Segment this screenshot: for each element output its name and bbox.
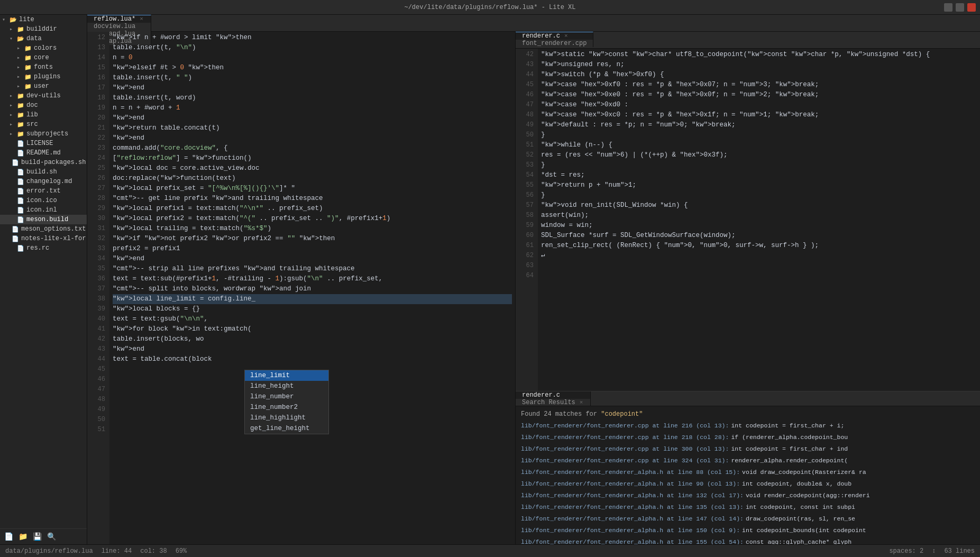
sidebar-label: plugins (34, 73, 60, 80)
status-pct: 69% (176, 547, 187, 555)
folder-icon: 📁 (17, 131, 24, 138)
titlebar-buttons[interactable] (944, 3, 976, 12)
search-result-row[interactable]: lib/font_renderer/font_renderer.cpp at l… (516, 443, 980, 455)
sidebar-label: build.sh (26, 168, 57, 176)
search-code: void render_codepoint(agg::renderi (746, 491, 870, 500)
sidebar-item-colors[interactable]: ▸📁colors (0, 43, 87, 53)
sidebar-item-src[interactable]: ▸📁src (0, 120, 87, 129)
search-result-row[interactable]: lib/font_renderer/font_renderer_alpha.h … (516, 525, 980, 536)
sidebar-item-icon.ico[interactable]: 📄icon.ico (0, 196, 87, 205)
left-code-content[interactable]: "kw">if n + #word > limit "kw">then tabl… (109, 32, 515, 544)
search-result-row[interactable]: lib/font_renderer/font_renderer_alpha.h … (516, 490, 980, 501)
tab-reflow-lua-[interactable]: reflow.lua*× (87, 15, 151, 23)
sidebar-item-error.txt[interactable]: 📄error.txt (0, 186, 87, 196)
sidebar-item-fonts[interactable]: ▸📁fonts (0, 62, 87, 72)
search-result-row[interactable]: lib/font_renderer/font_renderer_alpha.h … (516, 467, 980, 478)
sidebar-item-build-packages.sh[interactable]: 📄build-packages.sh (0, 158, 87, 167)
search-results-panel[interactable]: Found 24 matches for "codepoint" lib/fon… (516, 406, 980, 544)
sidebar-label: colors (34, 44, 57, 52)
autocomplete-item-line_height[interactable]: line_height (245, 381, 328, 391)
sidebar-item-icon.inl[interactable]: 📄icon.inl (0, 205, 87, 215)
code-line: text = text:gsub("\n\n", (113, 314, 512, 324)
sidebar-item-res.rc[interactable]: 📄res.rc (0, 243, 87, 253)
folder-icon: 📁 (24, 83, 32, 90)
code-line: res = (res << "num">6) | (*(++p) & "hex"… (541, 150, 977, 160)
right-panel: renderer.c×font_renderer.cpp 42434445464… (516, 32, 980, 544)
main-layout: ▾📂lite▸📁builddir▾📂data▸📁colors▸📁core▸📁fo… (0, 15, 980, 544)
line-number: 51 (516, 140, 534, 150)
sidebar-item-data[interactable]: ▾📂data (0, 34, 87, 43)
code-line: text = text:sub(#prefix1+1, -#trailing -… (113, 274, 512, 284)
search-result-row[interactable]: lib/font_renderer/font_renderer_alpha.h … (516, 536, 980, 544)
sidebar-item-meson.build[interactable]: 📄meson.build (0, 215, 87, 224)
code-line: ["reflow:reflow"] = "kw">function() (113, 153, 512, 163)
sidebar-item-subprojects[interactable]: ▸📁subprojects (0, 129, 87, 139)
folder-icon: 📁 (17, 112, 24, 118)
autocomplete-popup[interactable]: line_limitline_heightline_numberline_num… (244, 370, 329, 434)
line-number: 48 (516, 110, 534, 120)
sidebar-item-builddir[interactable]: ▸📁builddir (0, 24, 87, 34)
line-number: 59 (516, 221, 534, 231)
sidebar-item-changelog.md[interactable]: 📄changelog.md (0, 177, 87, 186)
tab-close-icon[interactable]: × (563, 33, 569, 39)
folder-icon: 📁 (24, 64, 32, 71)
line-number: 22 (87, 133, 105, 143)
sidebar-item-plugins[interactable]: ▸📁plugins (0, 72, 87, 81)
maximize-button[interactable] (956, 3, 964, 12)
sidebar-item-notes-lite-xl-for-1.16[interactable]: 📄notes-lite-xl-for-1.16 (0, 234, 87, 243)
search-sidebar-icon[interactable]: 🔍 (47, 532, 56, 541)
save-icon[interactable]: 💾 (33, 532, 42, 541)
close-button[interactable] (967, 3, 976, 12)
search-result-row[interactable]: lib/font_renderer/font_renderer.cpp at l… (516, 420, 980, 432)
tab-close-icon[interactable]: × (579, 399, 584, 406)
folder-arrow-icon: ▸ (17, 74, 22, 80)
sidebar-item-lite[interactable]: ▾📂lite (0, 15, 87, 24)
code-line: "kw">local prefix_set = "[^%w\n%[%](){}'… (113, 184, 512, 194)
line-number: 52 (516, 150, 534, 160)
sidebar-item-lib[interactable]: ▸📁lib (0, 110, 87, 120)
search-result-row[interactable]: lib/font_renderer/font_renderer.cpp at l… (516, 455, 980, 467)
autocomplete-item-line_limit[interactable]: line_limit (245, 370, 328, 381)
search-file: lib/font_renderer/font_renderer_alpha.h … (521, 491, 744, 500)
sidebar-item-meson_options.txt[interactable]: 📄meson_options.txt (0, 224, 87, 234)
file-icon: 📄 (12, 235, 19, 242)
autocomplete-item-get_line_height[interactable]: get_line_height (245, 423, 328, 434)
sidebar-item-user[interactable]: ▸📁user (0, 81, 87, 91)
tab-docview-lua[interactable]: docview.lua (87, 23, 151, 30)
line-number: 46 (87, 375, 105, 385)
minimize-button[interactable] (944, 3, 952, 12)
file-icon: 📄 (17, 207, 24, 214)
left-code-area[interactable]: 1213141516171819202122232425262728293031… (87, 32, 515, 544)
search-result-row[interactable]: lib/font_renderer/font_renderer_alpha.h … (516, 501, 980, 513)
code-line: "kw">case "hex">0xd0 : (541, 100, 977, 110)
tab-close-icon[interactable]: × (139, 16, 144, 22)
right-code-area[interactable]: 4243444546474849505152535455565758596061… (516, 49, 980, 391)
right-tab-renderer-c[interactable]: renderer.c× (516, 32, 593, 40)
new-folder-icon[interactable]: 📁 (19, 532, 28, 541)
bottom-tab-Search-Results[interactable]: Search Results× (516, 399, 591, 406)
search-result-row[interactable]: lib/font_renderer/font_renderer_alpha.h … (516, 513, 980, 525)
search-result-row[interactable]: lib/font_renderer/font_renderer.cpp at l… (516, 432, 980, 443)
line-number: 43 (87, 344, 105, 354)
sidebar-item-LICENSE[interactable]: 📄LICENSE (0, 139, 87, 148)
code-line: "kw">return p + "num">1; (541, 180, 977, 190)
search-result-row[interactable]: lib/font_renderer/font_renderer_alpha.h … (516, 478, 980, 490)
sidebar-item-build.sh[interactable]: 📄build.sh (0, 167, 87, 177)
right-tab-font-renderer-cpp[interactable]: font_renderer.cpp (516, 40, 593, 47)
sidebar-item-doc[interactable]: ▸📁doc (0, 101, 87, 110)
autocomplete-item-line_number2[interactable]: line_number2 (245, 402, 328, 413)
autocomplete-item-line_highlight[interactable]: line_highlight (245, 413, 328, 423)
right-code-content[interactable]: "kw">static "kw">const "kw">char* utf8_t… (538, 49, 980, 391)
line-number: 19 (87, 103, 105, 113)
sidebar-item-dev-utils[interactable]: ▸📁dev-utils (0, 91, 87, 101)
line-number: 26 (87, 174, 105, 184)
new-file-icon[interactable]: 📄 (4, 532, 13, 541)
bottom-tab-label: Search Results (522, 399, 575, 406)
code-line: } (541, 190, 977, 200)
line-number: 27 (87, 184, 105, 194)
bottom-tab-renderer.c[interactable]: renderer.c (516, 391, 591, 399)
sidebar-item-core[interactable]: ▸📁core (0, 53, 87, 62)
line-number: 60 (516, 231, 534, 241)
autocomplete-item-line_number[interactable]: line_number (245, 391, 328, 402)
sidebar-item-README.md[interactable]: 📄README.md (0, 148, 87, 158)
